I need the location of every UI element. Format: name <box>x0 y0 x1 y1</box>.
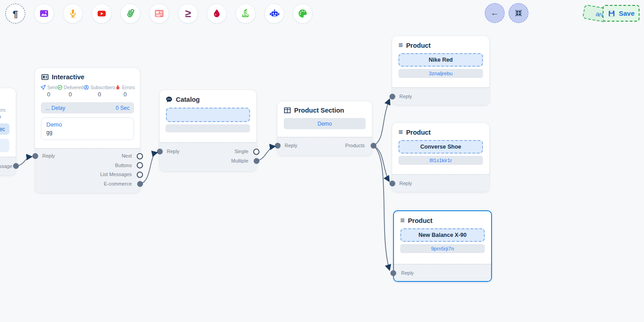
output-next-handle[interactable] <box>137 153 143 159</box>
stat-subscribers: Subscribers 0 <box>84 85 115 98</box>
product-node-3[interactable]: ≡ Product New Balance X-90 9prn5rji7n Re… <box>393 210 492 282</box>
edge-products-to-product-1 <box>373 100 389 146</box>
output-single-handle[interactable] <box>253 149 259 155</box>
product-node-1-reply-handle[interactable] <box>389 94 395 100</box>
product-node-2-reply-handle[interactable] <box>389 181 395 186</box>
product-node-2-name-box[interactable]: Converse Shoe <box>398 140 483 154</box>
product-node-3-footer: Reply <box>394 264 491 281</box>
product-node-2-name: Converse Shoe <box>420 144 461 150</box>
product-node-2-id-chip[interactable]: 8l1s1kir1r <box>398 156 483 165</box>
image-icon <box>39 8 49 19</box>
edge-products-to-product-3 <box>373 146 389 270</box>
catalog-node-dashed-box[interactable] <box>166 108 250 122</box>
image-button[interactable] <box>34 4 54 23</box>
stat-sent: Sent 0 <box>40 85 57 98</box>
fit-view-button[interactable] <box>509 3 528 23</box>
product-node-1[interactable]: ≡ Product Nike Red 3znaljrebu Reply <box>392 36 489 105</box>
interactive-node-footer: Reply Next Buttons List Messages E-comme… <box>35 148 140 193</box>
stat-delivered: Delivered 0 <box>57 85 84 98</box>
interactive-node[interactable]: Interactive Sent 0 Delivered 0 <box>35 68 140 193</box>
product-node-2-header: ≡ Product <box>398 128 489 136</box>
product-node-3-id: 9prn5rji7n <box>431 246 454 251</box>
product-node-1-header: ≡ Product <box>398 41 489 49</box>
back-button[interactable]: ← <box>485 3 505 23</box>
edge-multiple-to-product-section <box>256 146 275 161</box>
product-node-3-name: New Balance X-90 <box>419 232 467 238</box>
video-button[interactable] <box>92 4 112 23</box>
compress-icon <box>514 9 523 18</box>
product-node-1-id-chip[interactable]: 3znaljrebu <box>398 69 483 78</box>
save-icon <box>608 9 616 18</box>
product-section-reply-handle[interactable] <box>275 143 281 149</box>
output-list-messages-handle[interactable] <box>137 172 143 178</box>
product-menu-icon: ≡ <box>400 217 405 224</box>
edge-products-to-product-2 <box>373 146 389 181</box>
paragraph-button[interactable]: ¶ <box>5 4 25 23</box>
output-products-handle[interactable] <box>371 143 376 149</box>
output-buttons-label: Buttons <box>115 163 132 168</box>
output-next-label: Next <box>121 153 132 159</box>
catalog-node[interactable]: Catalog Reply Single Multiple <box>160 90 256 171</box>
interactive-node-body[interactable]: Demo gg <box>41 118 134 140</box>
sent-icon <box>40 85 46 90</box>
interactive-reply-handle[interactable] <box>32 153 38 159</box>
partial-node-footer: Message <box>0 157 16 175</box>
subscribers-icon <box>84 85 89 90</box>
catalog-node-gray-box[interactable] <box>165 124 250 132</box>
delivered-icon <box>57 85 63 90</box>
save-button[interactable]: Save <box>603 5 640 22</box>
catalog-reply-label: Reply <box>167 149 179 154</box>
product-node-2[interactable]: ≡ Product Converse Shoe 8l1s1kir1r Reply <box>392 123 489 192</box>
greater-equal-button[interactable]: ≥ <box>178 4 198 23</box>
interactive-body-title: Demo <box>46 121 129 128</box>
palette-icon <box>297 8 308 19</box>
product-section-node[interactable]: Product Section Demo Reply Products <box>277 101 372 155</box>
attachment-button[interactable] <box>121 4 140 23</box>
stack-icon <box>240 8 251 19</box>
partial-node-message-handle[interactable] <box>13 163 19 169</box>
output-multiple-label: Multiple <box>231 158 248 163</box>
partial-node-delay-row[interactable]: 0 Sec <box>0 123 9 135</box>
interactive-node-delay-row[interactable]: ... Delay 0 Sec <box>41 102 134 113</box>
product-node-2-footer: Reply <box>392 174 489 192</box>
product-node-1-name-box[interactable]: Nike Red <box>398 53 483 67</box>
catalog-node-header: Catalog <box>165 96 256 103</box>
partial-node-body-box[interactable] <box>0 139 9 152</box>
output-ecommerce-handle[interactable] <box>137 181 143 187</box>
output-ecommerce-label: E-commerce <box>104 181 132 186</box>
product-node-3-name-box[interactable]: New Balance X-90 <box>400 228 485 242</box>
delay-value: 0 Sec <box>116 105 130 111</box>
microphone-icon <box>67 8 78 19</box>
product-node-3-reply-label: Reply <box>401 270 414 276</box>
product-section-reply-label: Reply <box>285 143 297 148</box>
stack-button[interactable] <box>236 4 255 23</box>
robot-icon <box>269 8 280 19</box>
delay-label: ... Delay <box>45 105 65 111</box>
product-section-demo-label: Demo <box>318 121 332 127</box>
product-node-3-id-chip[interactable]: 9prn5rji7n <box>400 244 485 253</box>
theme-button[interactable] <box>293 4 313 23</box>
paperclip-icon <box>123 6 138 21</box>
product-section-node-header: Product Section <box>284 107 372 114</box>
partial-message-node[interactable]: Errors 0 0 Sec Message <box>0 88 16 175</box>
chatbot-button[interactable] <box>264 4 284 23</box>
product-node-2-title: Product <box>406 129 431 136</box>
product-node-2-id: 8l1s1kir1r <box>429 158 452 163</box>
partial-node-output-label: Message <box>0 163 12 169</box>
output-multiple-handle[interactable] <box>254 158 259 164</box>
interactive-reply-label: Reply <box>42 153 55 159</box>
save-button-label: Save <box>619 9 635 17</box>
output-buttons-handle[interactable] <box>137 162 143 168</box>
output-list-messages-label: List Messages <box>100 172 132 177</box>
news-button[interactable] <box>149 4 169 23</box>
product-menu-icon: ≡ <box>398 128 403 136</box>
catalog-reply-handle[interactable] <box>157 149 163 154</box>
droplet-button[interactable] <box>207 4 227 23</box>
audio-button[interactable] <box>63 4 83 23</box>
product-menu-icon: ≡ <box>398 41 403 49</box>
product-node-3-reply-handle[interactable] <box>390 270 396 276</box>
interactive-node-stats: Sent 0 Delivered 0 Subscribers <box>40 85 134 98</box>
product-section-demo-chip[interactable]: Demo <box>284 118 366 129</box>
product-section-node-title: Product Section <box>294 107 344 114</box>
catalog-node-footer: Reply Single Multiple <box>160 142 256 171</box>
